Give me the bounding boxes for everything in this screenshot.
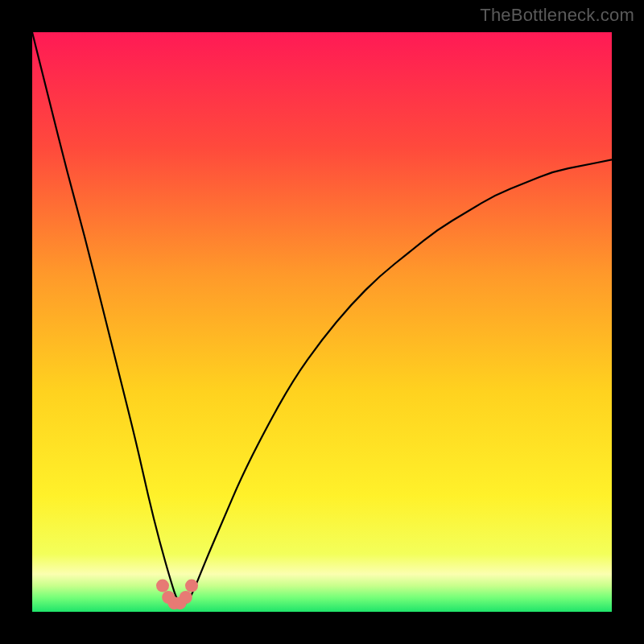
curve-marker bbox=[185, 580, 198, 592]
watermark-text: TheBottleneck.com bbox=[480, 5, 634, 26]
chart-frame: TheBottleneck.com bbox=[0, 0, 644, 644]
curve-marker bbox=[156, 580, 169, 592]
chart-svg bbox=[32, 32, 612, 612]
curve-marker bbox=[180, 591, 192, 604]
bottleneck-curve bbox=[32, 32, 612, 605]
plot-area bbox=[32, 32, 612, 612]
